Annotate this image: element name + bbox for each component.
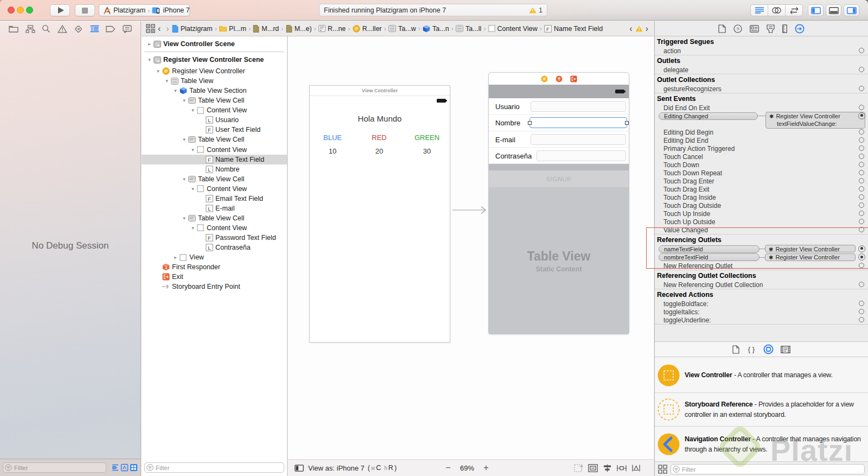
quick-help-inspector-icon[interactable]: ? bbox=[733, 24, 742, 33]
scene-dock-first-responder-icon[interactable] bbox=[556, 75, 563, 82]
connection-well-empty[interactable] bbox=[859, 48, 864, 53]
outline-filter-input[interactable] bbox=[144, 462, 284, 473]
selected-text-field[interactable] bbox=[529, 117, 627, 128]
outline-row-exit[interactable]: Exit bbox=[142, 272, 287, 282]
identity-inspector-icon[interactable] bbox=[750, 25, 759, 33]
zoom-out-button[interactable]: − bbox=[441, 463, 455, 473]
connection-row-editing-did-end[interactable]: Editing Did End bbox=[655, 136, 868, 144]
outline-row-table-view-cell[interactable]: ▾Table View Cell bbox=[142, 174, 287, 184]
status-warning[interactable]: 1 bbox=[529, 7, 542, 14]
file-inspector-icon[interactable] bbox=[718, 24, 726, 33]
view-as-button[interactable]: View as: iPhone 7 ( w C h R ) bbox=[295, 464, 397, 472]
library-item-storyboard-reference[interactable]: Storyboard Reference - Provides a placeh… bbox=[655, 392, 868, 426]
standard-editor-button[interactable] bbox=[751, 5, 768, 16]
connection-well-connected[interactable] bbox=[858, 245, 865, 252]
connection-target-box[interactable]: ✱Register View Controller bbox=[765, 253, 856, 261]
connections-inspector-icon[interactable] bbox=[795, 24, 805, 34]
close-window-button[interactable] bbox=[8, 7, 15, 14]
connection-row-touch-up-outside[interactable]: Touch Up Outside bbox=[655, 218, 868, 226]
outline-row-view-controller-scene[interactable]: ▸View Controller Scene bbox=[142, 39, 287, 49]
disclosure-expanded-icon[interactable]: ▾ bbox=[189, 147, 196, 153]
outline-row-password-text-field[interactable]: FPassword Text Field bbox=[142, 233, 287, 243]
connection-row-nombretextfield[interactable]: nombreTextField✱Register View Controller bbox=[655, 253, 868, 262]
zoom-in-button[interactable]: + bbox=[479, 463, 493, 473]
project-navigator-icon[interactable] bbox=[9, 25, 18, 33]
vc1-value-label[interactable]: 30 bbox=[423, 147, 431, 155]
connection-well-empty[interactable] bbox=[859, 301, 864, 306]
outline-row-content-view[interactable]: ▾Content View bbox=[142, 145, 287, 155]
library-view-mode-icon[interactable] bbox=[658, 465, 667, 474]
connection-row-touch-up-inside[interactable]: Touch Up Inside bbox=[655, 210, 868, 218]
connection-well-empty[interactable] bbox=[859, 219, 864, 224]
outline-row-name-text-field[interactable]: FName Text Field bbox=[142, 155, 287, 164]
zoom-window-button[interactable] bbox=[26, 7, 33, 14]
connection-well-empty[interactable] bbox=[859, 178, 864, 183]
update-frames-icon[interactable] bbox=[574, 464, 583, 472]
outline-row-register-view-controller-scene[interactable]: ▾Register View Controller Scene bbox=[142, 55, 287, 65]
connection-row-new-referencing-outlet[interactable]: New Referencing Outlet bbox=[655, 262, 868, 270]
symbol-navigator-icon[interactable] bbox=[25, 25, 35, 33]
connection-well-empty[interactable] bbox=[859, 145, 864, 151]
resize-handle-left[interactable] bbox=[528, 121, 532, 125]
issue-warning-icon[interactable] bbox=[635, 26, 643, 32]
stop-button[interactable] bbox=[75, 4, 95, 16]
connection-row-editing-did-begin[interactable]: Editing Did Begin bbox=[655, 128, 868, 136]
vc2-table-background[interactable]: Table View Static Content bbox=[489, 187, 629, 334]
disclosure-expanded-icon[interactable]: ▾ bbox=[189, 107, 196, 113]
outline-row-usuario[interactable]: LUsuario bbox=[142, 115, 287, 125]
toggle-navigator-button[interactable] bbox=[808, 4, 824, 16]
connection-row-new-referencing-outlet-collection[interactable]: New Referencing Outlet Collection bbox=[655, 281, 868, 289]
go-back-button[interactable]: ‹ bbox=[155, 24, 163, 33]
disclosure-expanded-icon[interactable]: ▾ bbox=[155, 68, 162, 74]
outline-row-user-text-field[interactable]: FUser Text Field bbox=[142, 125, 287, 135]
field-label[interactable]: E-mail bbox=[495, 135, 515, 143]
connection-well-empty[interactable] bbox=[859, 186, 864, 192]
field-label[interactable]: Contraseña bbox=[495, 151, 532, 160]
library-item-navigation-controller[interactable]: Navigation Controller - A controller tha… bbox=[655, 426, 868, 462]
storyboard-canvas[interactable]: View Controller Hola Mundo BLUEREDGREEN … bbox=[288, 36, 654, 476]
connection-row-editing-changed[interactable]: Editing Changed✱Register View Controller… bbox=[655, 112, 868, 128]
connection-row-touch-down[interactable]: Touch Down bbox=[655, 161, 868, 169]
connection-row-touch-drag-enter[interactable]: Touch Drag Enter bbox=[655, 177, 868, 185]
connection-row-nametextfield[interactable]: nameTextField✱Register View Controller bbox=[655, 245, 868, 253]
disclosure-collapsed-icon[interactable]: ▸ bbox=[172, 255, 179, 260]
disclosure-expanded-icon[interactable]: ▾ bbox=[189, 225, 196, 231]
embed-in-stack-icon[interactable] bbox=[588, 464, 598, 472]
debug-navigator-icon[interactable] bbox=[90, 25, 99, 33]
signup-button[interactable]: SIGNUP bbox=[489, 170, 629, 187]
vc1-label-blue[interactable]: BLUE bbox=[323, 134, 342, 142]
issue-navigator-icon[interactable] bbox=[58, 25, 67, 33]
outlet-pill[interactable]: nameTextField bbox=[659, 245, 760, 253]
zoom-level[interactable]: 69% bbox=[455, 464, 479, 472]
connection-row-delegate[interactable]: delegate bbox=[655, 66, 868, 74]
connection-row-did-end-on-exit[interactable]: Did End On Exit bbox=[655, 104, 868, 112]
connection-row-touch-down-repeat[interactable]: Touch Down Repeat bbox=[655, 169, 868, 177]
connection-well-empty[interactable] bbox=[859, 282, 864, 287]
disclosure-expanded-icon[interactable]: ▾ bbox=[146, 57, 153, 62]
text-field[interactable] bbox=[531, 101, 626, 112]
breadcrumb-item[interactable]: Ta...w bbox=[388, 25, 416, 33]
media-library-icon[interactable] bbox=[781, 346, 790, 353]
disclosure-expanded-icon[interactable]: ▾ bbox=[172, 88, 179, 93]
connection-row-primary-action-triggered[interactable]: Primary Action Triggered bbox=[655, 144, 868, 153]
toggle-inspectors-button[interactable] bbox=[844, 4, 859, 16]
connection-well-empty[interactable] bbox=[859, 317, 864, 322]
vc1-value-label[interactable]: 10 bbox=[329, 147, 336, 155]
breadcrumb-item[interactable]: Platzigram bbox=[172, 25, 213, 33]
outline-row-first-responder[interactable]: 1First Responder bbox=[142, 262, 287, 272]
disclosure-expanded-icon[interactable]: ▾ bbox=[181, 176, 188, 182]
scene-dock-exit-icon[interactable] bbox=[570, 75, 577, 82]
debug-view-mode-3-icon[interactable] bbox=[130, 464, 138, 472]
vc1-label-green[interactable]: GREEN bbox=[414, 134, 439, 142]
connection-row-toggleitalics-[interactable]: toggleItalics: bbox=[655, 308, 868, 316]
segue-arrow[interactable] bbox=[452, 206, 487, 214]
disclosure-expanded-icon[interactable]: ▾ bbox=[181, 137, 188, 142]
outline-row-table-view-cell[interactable]: ▾Table View Cell bbox=[142, 213, 287, 223]
outline-row-storyboard-entry-point[interactable]: Storyboard Entry Point bbox=[142, 282, 287, 291]
object-library-icon[interactable] bbox=[763, 344, 774, 354]
connection-row-touch-drag-outside[interactable]: Touch Drag Outside bbox=[655, 201, 868, 210]
activity-viewer[interactable]: Finished running Platzigram on iPhone 7 … bbox=[319, 4, 547, 16]
breadcrumb-item[interactable]: Ta...n bbox=[423, 25, 449, 33]
outline-row-table-view-cell[interactable]: ▾Table View Cell bbox=[142, 135, 287, 144]
connection-well-empty[interactable] bbox=[859, 105, 864, 110]
